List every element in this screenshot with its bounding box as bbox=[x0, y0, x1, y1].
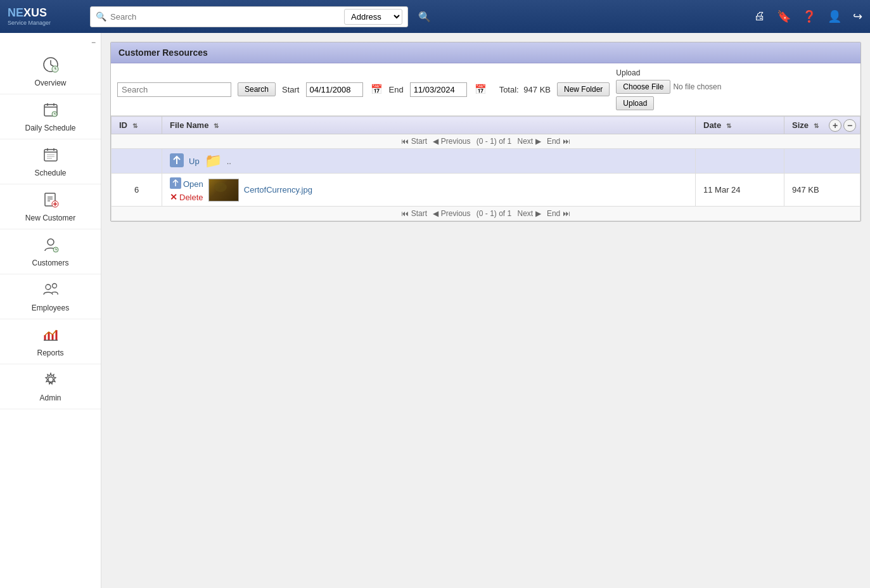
end-date-input[interactable] bbox=[410, 82, 467, 97]
sidebar-item-customers[interactable]: Customers bbox=[0, 229, 101, 274]
start-label: Start bbox=[282, 85, 299, 94]
upload-button[interactable]: Upload bbox=[616, 96, 654, 110]
th-date[interactable]: Date ⇅ bbox=[696, 117, 784, 134]
sidebar-item-new-customer[interactable]: New Customer bbox=[0, 184, 101, 229]
size-sort-arrows: ⇅ bbox=[814, 122, 819, 129]
app-name: NEXUS bbox=[8, 7, 51, 18]
add-column-button[interactable]: + bbox=[829, 119, 841, 132]
new-folder-button[interactable]: New Folder bbox=[557, 82, 610, 96]
th-id[interactable]: ID ⇅ bbox=[112, 117, 162, 134]
open-action-icon bbox=[170, 177, 181, 191]
sidebar-item-overview[interactable]: Overview bbox=[0, 49, 101, 94]
date-sort-arrows: ⇅ bbox=[726, 122, 731, 129]
up-label[interactable]: Up bbox=[189, 157, 200, 166]
logo: NEXUS Service Manager bbox=[8, 7, 84, 26]
sidebar-item-schedule-label: Schedule bbox=[34, 169, 66, 177]
id-sort-arrows: ⇅ bbox=[132, 122, 138, 129]
upload-section: Upload Choose File No file chosen Upload bbox=[616, 68, 721, 110]
bookmark-icon[interactable]: 🔖 bbox=[777, 10, 791, 23]
help-icon[interactable]: ❓ bbox=[802, 10, 816, 23]
up-path: .. bbox=[227, 157, 231, 166]
search-button[interactable]: Search bbox=[238, 82, 276, 96]
start-date-input[interactable] bbox=[306, 82, 363, 97]
table-row-up: Up 📁 .. bbox=[112, 149, 860, 174]
sidebar-item-daily-schedule-label: Daily Schedule bbox=[25, 124, 75, 132]
app-header: NEXUS Service Manager 🔍 Address Customer… bbox=[0, 0, 870, 33]
daily-schedule-icon bbox=[42, 101, 60, 121]
pagination-top-info: (0 - 1) of 1 bbox=[477, 137, 511, 146]
pagination-bottom-prev[interactable]: ◀ Previous bbox=[433, 209, 470, 218]
sidebar: − Overview bbox=[0, 33, 101, 588]
sidebar-item-admin[interactable]: Admin bbox=[0, 364, 101, 409]
th-file-name[interactable]: File Name ⇅ bbox=[162, 117, 696, 134]
user-icon[interactable]: 👤 bbox=[828, 10, 841, 23]
pagination-top-next[interactable]: Next ▶ bbox=[518, 137, 541, 146]
resource-search-input[interactable] bbox=[117, 82, 231, 97]
open-link[interactable]: Open bbox=[183, 179, 203, 189]
table-row-file: 6 bbox=[112, 174, 860, 207]
sidebar-item-employees[interactable]: Employees bbox=[0, 274, 101, 319]
new-customer-icon bbox=[42, 191, 60, 211]
panel-toolbar: Search Start 📅 End 📅 Total: 947 KB New F… bbox=[111, 63, 860, 116]
global-search-bar: 🔍 Address Customer Employee Job bbox=[90, 6, 408, 27]
employees-icon bbox=[42, 281, 60, 301]
search-submit-button[interactable]: 🔍 bbox=[414, 10, 435, 24]
pagination-bottom-next[interactable]: Next ▶ bbox=[518, 209, 541, 218]
delete-link[interactable]: Delete bbox=[179, 193, 203, 202]
delete-action-icon: ✕ bbox=[170, 192, 177, 202]
pagination-top-row: ⏮ Start ◀ Previous (0 - 1) of 1 Next ▶ E… bbox=[112, 134, 860, 149]
sidebar-item-overview-label: Overview bbox=[34, 79, 66, 87]
pagination-bottom-info: (0 - 1) of 1 bbox=[477, 209, 511, 218]
file-row-id: 6 bbox=[112, 174, 162, 207]
print-icon[interactable]: 🖨 bbox=[754, 10, 765, 23]
remove-column-button[interactable]: − bbox=[843, 119, 856, 132]
search-type-dropdown[interactable]: Address Customer Employee Job bbox=[344, 9, 402, 25]
sidebar-item-daily-schedule[interactable]: Daily Schedule bbox=[0, 94, 101, 139]
search-input[interactable] bbox=[110, 12, 340, 22]
up-row-id bbox=[112, 149, 162, 174]
main-layout: − Overview bbox=[0, 33, 870, 588]
sidebar-item-customers-label: Customers bbox=[32, 259, 68, 267]
add-remove-controls: + − bbox=[829, 119, 856, 132]
content-area: Customer Resources Search Start 📅 End 📅 … bbox=[101, 33, 870, 588]
filename-sort-arrows: ⇅ bbox=[214, 122, 219, 129]
up-row-file: Up 📁 .. bbox=[162, 149, 696, 174]
pagination-top-end[interactable]: End ⏭ bbox=[547, 137, 570, 146]
up-action-icon bbox=[170, 153, 184, 169]
header-actions: 🖨 🔖 ❓ 👤 ↪ bbox=[754, 10, 862, 23]
upload-row: Choose File No file chosen bbox=[616, 80, 721, 94]
choose-file-button[interactable]: Choose File bbox=[616, 80, 670, 94]
schedule-icon bbox=[42, 146, 60, 166]
pagination-bottom-start[interactable]: ⏮ Start bbox=[401, 209, 427, 218]
pagination-top-prev[interactable]: ◀ Previous bbox=[433, 137, 470, 146]
file-row-date: 11 Mar 24 bbox=[696, 174, 784, 207]
sidebar-item-reports[interactable]: Reports bbox=[0, 319, 101, 364]
file-table: ID ⇅ File Name ⇅ Date ⇅ Size bbox=[111, 116, 860, 221]
start-calendar-icon[interactable]: 📅 bbox=[371, 84, 383, 95]
svg-rect-13 bbox=[44, 150, 57, 161]
admin-icon bbox=[42, 371, 60, 391]
upload-section-label: Upload bbox=[616, 68, 721, 77]
sidebar-collapse-button[interactable]: − bbox=[0, 35, 101, 49]
table-header-row: ID ⇅ File Name ⇅ Date ⇅ Size bbox=[112, 117, 860, 134]
reports-icon bbox=[42, 326, 60, 346]
end-label: End bbox=[389, 85, 404, 94]
th-size[interactable]: Size ⇅ + − bbox=[784, 117, 860, 134]
sidebar-item-schedule[interactable]: Schedule bbox=[0, 139, 101, 184]
pagination-bottom-end[interactable]: End ⏭ bbox=[547, 209, 570, 218]
svg-point-32 bbox=[52, 284, 56, 288]
no-file-text: No file chosen bbox=[673, 82, 721, 91]
pagination-top-start[interactable]: ⏮ Start bbox=[401, 137, 427, 146]
svg-point-31 bbox=[46, 284, 51, 290]
search-icon: 🔍 bbox=[96, 11, 106, 22]
pagination-bottom-row: ⏮ Start ◀ Previous (0 - 1) of 1 Next ▶ E… bbox=[112, 207, 860, 221]
file-row-size: 947 KB bbox=[784, 174, 860, 207]
file-thumbnail bbox=[208, 179, 239, 201]
end-calendar-icon[interactable]: 📅 bbox=[475, 84, 487, 95]
file-name-link[interactable]: CertofCurrency.jpg bbox=[244, 185, 312, 195]
sidebar-item-reports-label: Reports bbox=[37, 348, 63, 357]
sidebar-item-new-customer-label: New Customer bbox=[25, 214, 75, 222]
folder-icon: 📁 bbox=[205, 153, 222, 169]
logout-icon[interactable]: ↪ bbox=[853, 10, 862, 23]
svg-point-27 bbox=[48, 239, 54, 245]
